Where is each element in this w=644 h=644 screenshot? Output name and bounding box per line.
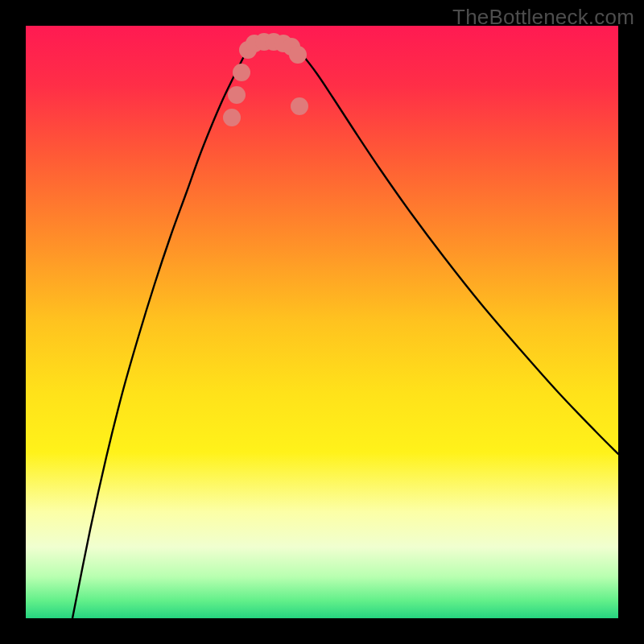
trough-marker	[223, 109, 241, 126]
gradient-background	[26, 26, 618, 618]
trough-marker	[228, 86, 246, 104]
chart-frame: TheBottleneck.com	[0, 0, 644, 644]
plot-area	[26, 26, 618, 618]
trough-marker	[289, 46, 307, 64]
trough-marker	[233, 64, 250, 81]
trough-marker	[291, 97, 308, 115]
chart-svg	[26, 26, 618, 618]
